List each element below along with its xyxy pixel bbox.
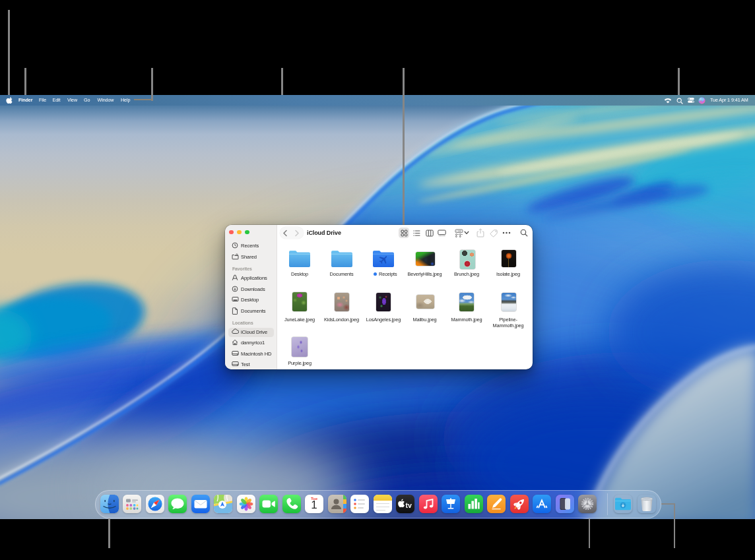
svg-text:tv: tv <box>406 501 412 509</box>
